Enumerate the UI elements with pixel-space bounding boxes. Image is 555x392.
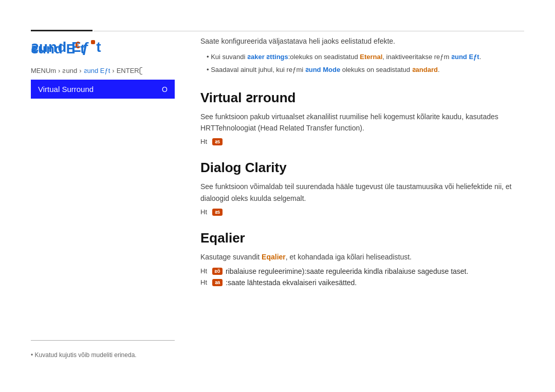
breadcrumb-menu: MENUm (31, 67, 56, 74)
left-panel: Virtual Surround O (31, 80, 175, 361)
left-panel-note: • Kuvatud kujutis võib mudeliti erineda. (31, 351, 175, 359)
page-title-text: ƨund E€t (31, 40, 85, 57)
dialog-clarity-icon: ƨs (212, 209, 223, 216)
menu-item-virtual-surround-value: O (162, 85, 168, 94)
breadcrumb-sound: ƨund (62, 67, 77, 74)
virtual-surround-title: Virtual ƨrround (200, 90, 524, 106)
dialog-clarity-desc: See funktsioon võimaldab teil suurendada… (200, 181, 524, 204)
virtual-surround-icon: ƨs (212, 138, 223, 145)
top-thick-line (31, 30, 92, 31)
equalizer-ht-label-1: Ht (200, 267, 207, 275)
equalizer-icon-2: ƨa (212, 279, 223, 286)
equalizer-icon-1: ƨö (212, 268, 223, 275)
breadcrumb-sound-effect: ƨund Eƒt (84, 67, 110, 74)
equalizer-desc: Kasutage suvandit Eqalier, et kohandada … (200, 251, 524, 263)
intro-main-text: Saate konfigureerida väljastatava heli j… (200, 36, 524, 47)
left-panel-divider (31, 340, 175, 341)
equalizer-note-text-2: :saate lähtestada ekvalaiseri vaikesätte… (226, 278, 357, 287)
right-panel: Saate konfigureerida väljastatava heli j… (200, 36, 524, 361)
section-dialog-clarity: Dialog Clarity See funktsioon võimaldab … (200, 160, 524, 216)
section-virtual-surround: Virtual ƨrround See funktsioon pakub vir… (200, 90, 524, 146)
equalizer-ht-label-2: Ht (200, 278, 207, 286)
dialog-clarity-note-row: Ht ƨs (200, 208, 524, 216)
intro-section: Saate konfigureerida väljastatava heli j… (200, 36, 524, 76)
equalizer-note-row-1: Ht ƨö ribalaiuse reguleerimine):saate re… (200, 267, 524, 275)
intro-bullet-2: Saadaval ainult juhul, kui reƒmi ƨund Mo… (207, 65, 524, 76)
intro-bullet-1: Kui suvandi ƨaker ƨttings:olekuks on sea… (207, 52, 524, 63)
breadcrumb-enter: ENTERʗ (117, 67, 143, 74)
equalizer-title: Eqalier (200, 230, 524, 246)
equalizer-note-text-1: ribalaiuse reguleerimine):saate reguleer… (226, 267, 468, 275)
section-equalizer: Eqalier Kasutage suvandit Eqalier, et ko… (200, 230, 524, 286)
virtual-surround-desc: See funktsioon pakub virtuaalset ƨkanali… (200, 111, 524, 134)
top-thin-line (94, 31, 524, 31)
breadcrumb: MENUm › ƨund › ƨund Eƒt › ENTERʗ (31, 67, 143, 74)
virtual-surround-ht-label: Ht (200, 138, 207, 145)
virtual-surround-note-row: Ht ƨs (200, 138, 524, 145)
equalizer-note-row-2: Ht ƨa :saate lähtestada ekvalaiseri vaik… (200, 278, 524, 287)
menu-item-virtual-surround-label: Virtual Surround (38, 85, 94, 94)
menu-item-virtual-surround[interactable]: Virtual Surround O (31, 80, 175, 99)
dialog-clarity-title: Dialog Clarity (200, 160, 524, 176)
dialog-clarity-ht-label: Ht (200, 208, 207, 216)
